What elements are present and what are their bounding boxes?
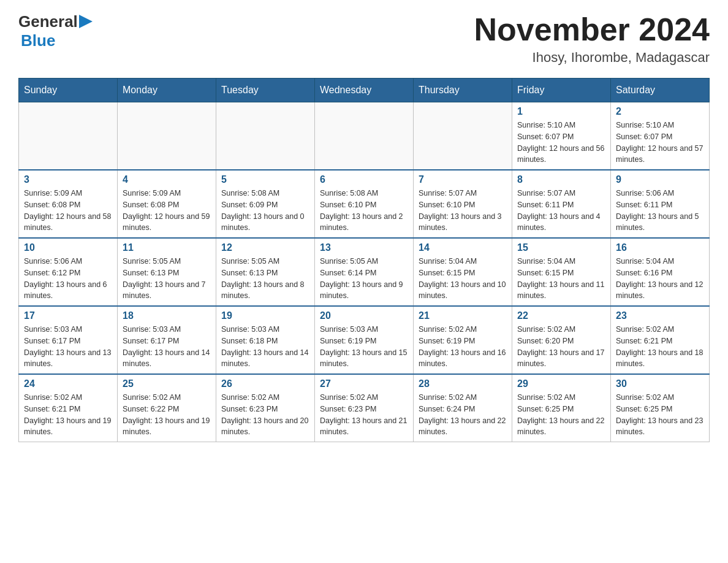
day-number: 6 (320, 174, 408, 185)
day-cell: 1Sunrise: 5:10 AMSunset: 6:07 PMDaylight… (512, 102, 611, 170)
day-cell: 16Sunrise: 5:04 AMSunset: 6:16 PMDayligh… (611, 238, 710, 306)
day-cell: 24Sunrise: 5:02 AMSunset: 6:21 PMDayligh… (19, 374, 118, 442)
day-cell: 26Sunrise: 5:02 AMSunset: 6:23 PMDayligh… (216, 374, 315, 442)
day-number: 13 (320, 242, 408, 253)
day-info: Sunrise: 5:03 AMSunset: 6:17 PMDaylight:… (24, 324, 112, 370)
day-info: Sunrise: 5:03 AMSunset: 6:19 PMDaylight:… (320, 324, 408, 370)
day-number: 25 (123, 378, 211, 389)
logo-general-text: General (18, 12, 78, 31)
day-number: 14 (419, 242, 507, 253)
day-cell: 21Sunrise: 5:02 AMSunset: 6:19 PMDayligh… (414, 306, 512, 374)
month-title: November 2024 (474, 12, 710, 47)
day-cell: 12Sunrise: 5:05 AMSunset: 6:13 PMDayligh… (216, 238, 315, 306)
logo-triangle-icon (79, 15, 93, 28)
day-number: 12 (221, 242, 309, 253)
svg-marker-0 (79, 15, 93, 28)
day-number: 1 (517, 106, 605, 117)
day-cell: 11Sunrise: 5:05 AMSunset: 6:13 PMDayligh… (118, 238, 216, 306)
day-cell: 7Sunrise: 5:07 AMSunset: 6:10 PMDaylight… (414, 170, 512, 238)
day-info: Sunrise: 5:02 AMSunset: 6:20 PMDaylight:… (517, 324, 605, 370)
day-info: Sunrise: 5:02 AMSunset: 6:19 PMDaylight:… (419, 324, 507, 370)
day-cell (315, 102, 414, 170)
calendar-header-row: SundayMondayTuesdayWednesdayThursdayFrid… (19, 79, 710, 102)
day-info: Sunrise: 5:06 AMSunset: 6:12 PMDaylight:… (24, 256, 112, 302)
day-info: Sunrise: 5:09 AMSunset: 6:08 PMDaylight:… (123, 188, 211, 234)
day-cell: 18Sunrise: 5:03 AMSunset: 6:17 PMDayligh… (118, 306, 216, 374)
day-cell: 5Sunrise: 5:08 AMSunset: 6:09 PMDaylight… (216, 170, 315, 238)
day-cell: 3Sunrise: 5:09 AMSunset: 6:08 PMDaylight… (19, 170, 118, 238)
day-cell: 9Sunrise: 5:06 AMSunset: 6:11 PMDaylight… (611, 170, 710, 238)
day-number: 18 (123, 310, 211, 321)
day-number: 2 (616, 106, 704, 117)
day-cell: 30Sunrise: 5:02 AMSunset: 6:25 PMDayligh… (611, 374, 710, 442)
logo: General Blue (18, 12, 93, 50)
day-info: Sunrise: 5:08 AMSunset: 6:10 PMDaylight:… (320, 188, 408, 234)
day-cell: 29Sunrise: 5:02 AMSunset: 6:25 PMDayligh… (512, 374, 611, 442)
day-number: 4 (123, 174, 211, 185)
day-number: 3 (24, 174, 112, 185)
column-header-sunday: Sunday (19, 79, 118, 102)
day-info: Sunrise: 5:03 AMSunset: 6:17 PMDaylight:… (123, 324, 211, 370)
day-cell: 22Sunrise: 5:02 AMSunset: 6:20 PMDayligh… (512, 306, 611, 374)
day-cell: 10Sunrise: 5:06 AMSunset: 6:12 PMDayligh… (19, 238, 118, 306)
day-info: Sunrise: 5:07 AMSunset: 6:11 PMDaylight:… (517, 188, 605, 234)
day-number: 19 (221, 310, 309, 321)
day-cell: 4Sunrise: 5:09 AMSunset: 6:08 PMDaylight… (118, 170, 216, 238)
day-number: 30 (616, 378, 704, 389)
day-info: Sunrise: 5:02 AMSunset: 6:21 PMDaylight:… (616, 324, 704, 370)
week-row-5: 24Sunrise: 5:02 AMSunset: 6:21 PMDayligh… (19, 374, 710, 442)
day-cell: 19Sunrise: 5:03 AMSunset: 6:18 PMDayligh… (216, 306, 315, 374)
column-header-friday: Friday (512, 79, 611, 102)
week-row-4: 17Sunrise: 5:03 AMSunset: 6:17 PMDayligh… (19, 306, 710, 374)
day-cell: 8Sunrise: 5:07 AMSunset: 6:11 PMDaylight… (512, 170, 611, 238)
day-number: 24 (24, 378, 112, 389)
day-number: 26 (221, 378, 309, 389)
day-info: Sunrise: 5:05 AMSunset: 6:13 PMDaylight:… (123, 256, 211, 302)
day-info: Sunrise: 5:06 AMSunset: 6:11 PMDaylight:… (616, 188, 704, 234)
day-info: Sunrise: 5:02 AMSunset: 6:23 PMDaylight:… (320, 392, 408, 438)
day-number: 7 (419, 174, 507, 185)
column-header-saturday: Saturday (611, 79, 710, 102)
day-cell (414, 102, 512, 170)
day-cell (216, 102, 315, 170)
day-number: 10 (24, 242, 112, 253)
day-cell: 20Sunrise: 5:03 AMSunset: 6:19 PMDayligh… (315, 306, 414, 374)
day-info: Sunrise: 5:05 AMSunset: 6:13 PMDaylight:… (221, 256, 309, 302)
day-info: Sunrise: 5:02 AMSunset: 6:25 PMDaylight:… (517, 392, 605, 438)
week-row-1: 1Sunrise: 5:10 AMSunset: 6:07 PMDaylight… (19, 102, 710, 170)
day-number: 27 (320, 378, 408, 389)
day-number: 23 (616, 310, 704, 321)
day-info: Sunrise: 5:08 AMSunset: 6:09 PMDaylight:… (221, 188, 309, 234)
day-cell: 2Sunrise: 5:10 AMSunset: 6:07 PMDaylight… (611, 102, 710, 170)
location-title: Ihosy, Ihorombe, Madagascar (474, 50, 710, 66)
day-number: 9 (616, 174, 704, 185)
day-cell: 27Sunrise: 5:02 AMSunset: 6:23 PMDayligh… (315, 374, 414, 442)
day-info: Sunrise: 5:02 AMSunset: 6:25 PMDaylight:… (616, 392, 704, 438)
day-number: 16 (616, 242, 704, 253)
week-row-3: 10Sunrise: 5:06 AMSunset: 6:12 PMDayligh… (19, 238, 710, 306)
day-number: 21 (419, 310, 507, 321)
day-cell (19, 102, 118, 170)
day-number: 15 (517, 242, 605, 253)
day-info: Sunrise: 5:10 AMSunset: 6:07 PMDaylight:… (517, 120, 605, 166)
day-cell: 15Sunrise: 5:04 AMSunset: 6:15 PMDayligh… (512, 238, 611, 306)
day-cell (118, 102, 216, 170)
column-header-monday: Monday (118, 79, 216, 102)
day-info: Sunrise: 5:09 AMSunset: 6:08 PMDaylight:… (24, 188, 112, 234)
day-number: 11 (123, 242, 211, 253)
day-cell: 25Sunrise: 5:02 AMSunset: 6:22 PMDayligh… (118, 374, 216, 442)
column-header-tuesday: Tuesday (216, 79, 315, 102)
day-info: Sunrise: 5:05 AMSunset: 6:14 PMDaylight:… (320, 256, 408, 302)
day-info: Sunrise: 5:02 AMSunset: 6:24 PMDaylight:… (419, 392, 507, 438)
day-cell: 23Sunrise: 5:02 AMSunset: 6:21 PMDayligh… (611, 306, 710, 374)
calendar-table: SundayMondayTuesdayWednesdayThursdayFrid… (18, 78, 710, 442)
day-number: 29 (517, 378, 605, 389)
column-header-wednesday: Wednesday (315, 79, 414, 102)
day-cell: 13Sunrise: 5:05 AMSunset: 6:14 PMDayligh… (315, 238, 414, 306)
day-info: Sunrise: 5:02 AMSunset: 6:21 PMDaylight:… (24, 392, 112, 438)
day-info: Sunrise: 5:10 AMSunset: 6:07 PMDaylight:… (616, 120, 704, 166)
title-block: November 2024 Ihosy, Ihorombe, Madagasca… (474, 12, 710, 66)
day-info: Sunrise: 5:02 AMSunset: 6:22 PMDaylight:… (123, 392, 211, 438)
column-header-thursday: Thursday (414, 79, 512, 102)
day-number: 22 (517, 310, 605, 321)
